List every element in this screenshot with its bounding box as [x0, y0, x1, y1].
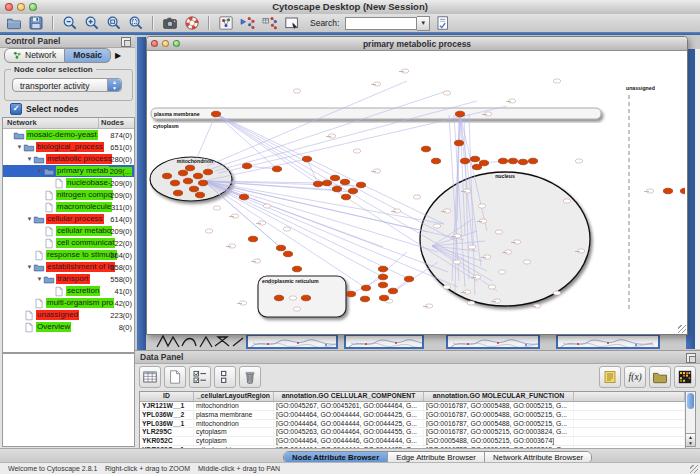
dp-doc-button[interactable] — [164, 366, 186, 388]
tab-network[interactable]: Network — [4, 48, 65, 63]
tab-mosaic[interactable]: Mosaic — [65, 48, 111, 63]
table-row[interactable]: YPL036W__1mitochondrion[GO:0044464, GO:0… — [140, 420, 685, 429]
tree-row-metabolic-process[interactable]: ▼metabolic process280(0) — [3, 153, 134, 165]
tree-row-biological-process[interactable]: ▼biological_process651(0) — [3, 141, 134, 153]
dp-matrix-button[interactable] — [674, 366, 696, 388]
tree-row-overview[interactable]: Overview8(0) — [3, 321, 134, 333]
expander-icon[interactable]: ▼ — [26, 216, 33, 222]
float-panel-icon[interactable] — [686, 353, 696, 363]
table-scrollbar[interactable]: ▲▼ — [685, 391, 696, 447]
dp-fx-button[interactable]: f(x) — [624, 366, 646, 388]
zoom-selected-button[interactable] — [104, 15, 123, 32]
tab-overflow-arrow[interactable]: ▶ — [115, 51, 121, 60]
folder-icon — [43, 166, 55, 176]
tree-row-label: biological_process — [36, 142, 104, 152]
table-row[interactable]: YJR121W__1mitochondrion[GO:0045267, GO:0… — [140, 402, 685, 411]
tree-row-secretion[interactable]: secretion41(0) — [3, 285, 134, 297]
dp-trash-button[interactable] — [239, 366, 261, 388]
tree-row-mosaic-demo-yeast[interactable]: mosaic-demo-yeast874(0) — [3, 129, 134, 141]
tree-col-nodes[interactable]: Nodes — [99, 118, 134, 128]
column-header-3[interactable]: annotation.GO MOLECULAR_FUNCTION — [424, 392, 574, 401]
tree-row-multi-organism-pro[interactable]: multi-organism pro42(0) — [3, 297, 134, 309]
column-header-2[interactable]: annotation.GO CELLULAR_COMPONENT — [274, 392, 424, 401]
tree-row-label: nucleobase- — [66, 178, 112, 188]
save-button[interactable] — [26, 15, 45, 32]
column-header-0[interactable]: ID — [140, 392, 194, 401]
import-network-button[interactable] — [238, 15, 257, 32]
doc-icon — [23, 310, 35, 320]
annotation-button[interactable] — [282, 15, 301, 32]
background-network-window[interactable] — [344, 334, 424, 349]
dp-list-button[interactable] — [214, 366, 236, 388]
search-dropdown-arrow[interactable]: ▼ — [417, 16, 430, 31]
expander-icon[interactable]: ▼ — [36, 168, 43, 174]
tree-row-cellular-metabo[interactable]: cellular metabo209(0) — [3, 225, 134, 237]
tree-row-nitrogen-compo[interactable]: nitrogen compo209(0) — [3, 189, 134, 201]
search-input[interactable] — [345, 17, 417, 30]
column-header-1[interactable]: _cellularLayoutRegion — [194, 392, 274, 401]
table-row[interactable]: YPL036W__2plasma membrane[GO:0044464, GO… — [140, 411, 685, 420]
tree-row-establishment-of-lo[interactable]: ▼establishment of lo558(0) — [3, 261, 134, 273]
background-network-window[interactable] — [556, 334, 660, 349]
network-canvas[interactable]: plasma membranecytoplasmmitochondrionnuc… — [147, 51, 685, 333]
doc-icon — [43, 238, 55, 248]
expander-icon[interactable]: ▼ — [26, 264, 33, 270]
zoom-in-button[interactable] — [82, 15, 101, 32]
tree-row-response-to-stimulu[interactable]: response to stimulu264(0) — [3, 249, 134, 261]
tree-row-unassigned[interactable]: unassigned223(0) — [3, 309, 134, 321]
status-message: Welcome to Cytoscape 2.8.1 — [8, 465, 97, 472]
background-network-sketch[interactable] — [155, 334, 250, 350]
data-panel-header: Data Panel — [135, 351, 700, 364]
tree-row-transport[interactable]: ▼transport558(0) — [3, 273, 134, 285]
expander-icon[interactable]: ▼ — [16, 144, 23, 150]
window-resize-grip[interactable] — [678, 325, 686, 333]
tree-row-cellular-process[interactable]: ▼cellular process614(0) — [3, 213, 134, 225]
expander-icon[interactable]: ▼ — [26, 156, 33, 162]
combo-stepper-icon: ▲▼ — [107, 79, 121, 91]
dp-trash-icon — [242, 369, 258, 385]
dp-table-button[interactable] — [139, 366, 161, 388]
background-window-sliver — [695, 49, 700, 349]
dp-notes-button[interactable] — [599, 366, 621, 388]
tree-row-label: establishment of lo — [46, 262, 115, 272]
select-nodes-checkbox[interactable]: ✓ — [10, 103, 22, 115]
tree-row-nucleobase-[interactable]: nucleobase-209(0) — [3, 177, 134, 189]
network-window-titlebar[interactable]: primary metabolic process — [147, 37, 687, 51]
float-panel-icon[interactable] — [121, 37, 131, 47]
cell: plasma membrane — [194, 411, 274, 419]
background-network-window[interactable] — [246, 334, 338, 349]
table-row[interactable]: YLR295Ccytoplasm[GO:0045263, GO:0044464,… — [140, 428, 685, 437]
tree-row-primary-metab[interactable]: ▼primary metab209(... — [3, 165, 134, 177]
open-folder-button[interactable] — [4, 15, 23, 32]
zoom-fit-button[interactable] — [126, 15, 145, 32]
expander-icon[interactable]: ▼ — [36, 276, 43, 282]
background-window-edge-left[interactable] — [137, 37, 146, 350]
dp-folder-button[interactable] — [649, 366, 671, 388]
zoom-out-button[interactable] — [60, 15, 79, 32]
birdseye-view[interactable] — [2, 353, 135, 447]
table-row[interactable]: YKR052Ccytoplasm[GO:0044464, GO:0044446,… — [140, 437, 685, 446]
status-message: Right-click + drag to ZOOM — [105, 465, 190, 472]
network-view-settings-button[interactable] — [216, 15, 235, 32]
network-window-title: primary metabolic process — [147, 39, 687, 49]
app-titlebar[interactable]: Cytoscape Desktop (New Session) — [0, 0, 700, 15]
node-color-dropdown[interactable]: transporter activity ▲▼ — [12, 78, 122, 92]
import-attributes-button[interactable] — [433, 15, 452, 32]
import-table-button[interactable] — [260, 15, 279, 32]
snapshot-button[interactable] — [160, 15, 179, 32]
network-tree: Network Nodes mosaic-demo-yeast874(0)▼bi… — [2, 117, 135, 353]
snapshot-icon — [162, 15, 178, 31]
tree-col-network[interactable]: Network — [3, 118, 99, 128]
tree-row-cell-communicat[interactable]: cell communicat22(0) — [3, 237, 134, 249]
node-count: 264(0) — [110, 251, 132, 260]
dp-checklist-icon — [192, 369, 208, 385]
scrollbar-arrows[interactable]: ▲▼ — [686, 433, 695, 446]
tree-row-macromolecule[interactable]: macromolecule311(0) — [3, 201, 134, 213]
background-network-window[interactable] — [446, 334, 540, 349]
toolbar-separator — [208, 16, 209, 30]
scrollbar-thumb[interactable] — [687, 393, 694, 409]
help-button[interactable] — [182, 15, 201, 32]
app-resize-grip[interactable] — [690, 465, 698, 473]
cell: mitochondrion — [194, 420, 274, 428]
dp-checklist-button[interactable] — [189, 366, 211, 388]
